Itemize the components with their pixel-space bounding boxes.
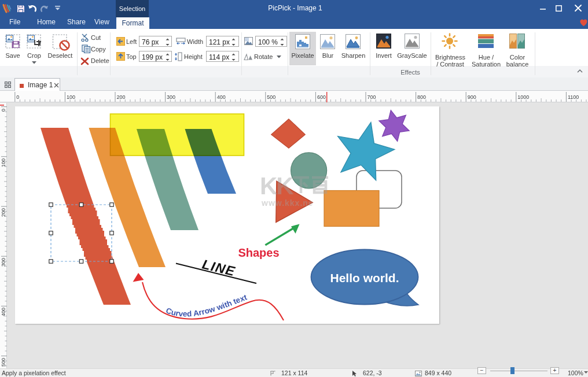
svg-text:LINE: LINE <box>201 257 237 279</box>
svg-text:0: 0 <box>16 94 19 100</box>
svg-text:400: 400 <box>217 94 226 100</box>
svg-text:100: 100 <box>67 94 75 100</box>
svg-text:1000: 1000 <box>517 94 529 100</box>
svg-text:Curved Arrow with text: Curved Arrow with text <box>165 293 248 318</box>
svg-text:500: 500 <box>267 94 275 100</box>
svg-text:www.kkx.ne: www.kkx.ne <box>261 198 314 208</box>
svg-text:900: 900 <box>468 94 476 100</box>
svg-text:400: 400 <box>1 308 6 316</box>
svg-text:Shapes: Shapes <box>238 246 279 259</box>
svg-text:100: 100 <box>1 158 6 167</box>
svg-text:700: 700 <box>368 94 376 100</box>
svg-text:0: 0 <box>1 109 6 112</box>
svg-text:300: 300 <box>167 94 175 100</box>
svg-text:Hello world.: Hello world. <box>330 271 399 284</box>
svg-text:600: 600 <box>317 94 326 100</box>
svg-text:200: 200 <box>117 94 126 100</box>
svg-text:KK: KK <box>260 172 293 199</box>
svg-text:500: 500 <box>1 358 6 367</box>
svg-text:300: 300 <box>1 258 6 267</box>
svg-text:1100: 1100 <box>568 94 579 100</box>
svg-text:200: 200 <box>1 208 6 217</box>
svg-text:800: 800 <box>417 94 426 100</box>
